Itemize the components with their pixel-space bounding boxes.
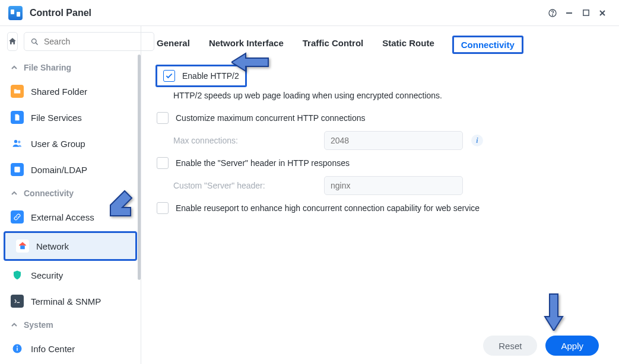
checkbox-enable-reuseport[interactable]: [157, 202, 169, 214]
tab-general[interactable]: General: [155, 36, 191, 54]
sidebar-item-label: External Access: [31, 212, 94, 222]
home-button[interactable]: [7, 32, 18, 51]
sidebar-item-file-services[interactable]: File Services: [0, 104, 141, 130]
sidebar-item-label: File Services: [31, 113, 82, 123]
tab-traffic-control[interactable]: Traffic Control: [301, 36, 365, 54]
section-file-sharing[interactable]: File Sharing: [0, 57, 141, 78]
minimize-button[interactable]: [561, 5, 577, 21]
link-icon: [11, 210, 24, 223]
sidebar-item-external-access[interactable]: External Access: [0, 204, 141, 230]
checkbox-customize-max-connections[interactable]: [157, 112, 169, 124]
checkbox-label: Enable HTTP/2: [182, 71, 239, 81]
sidebar-item-label: Network: [36, 241, 69, 251]
sidebar-item-label: Domain/LDAP: [31, 165, 87, 175]
svg-point-14: [17, 346, 18, 347]
svg-rect-10: [14, 167, 20, 172]
tab-static-route[interactable]: Static Route: [381, 36, 436, 54]
chevron-up-icon: [11, 321, 18, 328]
home-icon: [8, 37, 17, 46]
sidebar-item-label: Terminal & SNMP: [31, 296, 101, 306]
svg-rect-11: [20, 245, 25, 249]
section-connectivity[interactable]: Connectivity: [0, 183, 141, 204]
info-icon: [11, 342, 24, 355]
custom-server-header-label: Custom "Server" header:: [173, 181, 316, 190]
chevron-up-icon: [11, 190, 18, 197]
sidebar-item-info-center[interactable]: Info Center: [0, 336, 141, 362]
search-field[interactable]: [24, 32, 154, 51]
shield-icon: [11, 269, 24, 282]
scrollbar-thumb[interactable]: [138, 55, 141, 280]
section-label: System: [24, 320, 53, 330]
sidebar-item-network[interactable]: Network: [4, 231, 137, 261]
svg-line-7: [36, 43, 37, 44]
custom-server-header-input: [324, 176, 463, 195]
section-label: File Sharing: [24, 63, 71, 72]
checkbox-enable-http2[interactable]: [163, 70, 175, 82]
sidebar-item-terminal-snmp[interactable]: Terminal & SNMP: [0, 288, 141, 314]
svg-rect-13: [17, 348, 18, 351]
info-tooltip-button[interactable]: i: [471, 135, 483, 146]
sidebar-item-shared-folder[interactable]: Shared Folder: [0, 78, 141, 104]
checkbox-label: Customize maximum concurrent HTTP connec…: [176, 113, 366, 123]
http2-help-text: HTTP/2 speeds up web page loading when u…: [155, 87, 605, 108]
tab-network-interface[interactable]: Network Interface: [208, 36, 285, 54]
search-icon: [30, 37, 39, 46]
sidebar-item-user-group[interactable]: User & Group: [0, 130, 141, 157]
search-input[interactable]: [44, 37, 148, 46]
svg-point-8: [14, 140, 17, 143]
svg-point-1: [552, 14, 553, 15]
max-connections-label: Max connections:: [173, 136, 316, 145]
annotation-arrow: [541, 293, 566, 333]
svg-point-6: [32, 39, 37, 43]
users-icon: [11, 137, 24, 150]
tab-connectivity[interactable]: Connectivity: [452, 36, 523, 54]
sidebar-item-domain-ldap[interactable]: Domain/LDAP: [0, 157, 141, 183]
sidebar-item-label: Info Center: [31, 344, 75, 354]
apply-button[interactable]: Apply: [545, 336, 599, 356]
terminal-icon: [11, 295, 24, 308]
folder-icon: [11, 85, 24, 98]
section-system[interactable]: System: [0, 314, 141, 336]
close-button[interactable]: [594, 5, 611, 21]
max-connections-input: [324, 131, 463, 150]
network-icon: [16, 240, 29, 253]
maximize-button[interactable]: [577, 5, 594, 21]
svg-rect-3: [583, 10, 588, 15]
svg-point-9: [18, 141, 20, 143]
domain-icon: [11, 163, 24, 176]
sidebar-item-label: User & Group: [31, 139, 85, 149]
checkbox-enable-server-header[interactable]: [157, 157, 169, 169]
sidebar-item-label: Security: [31, 270, 63, 280]
chevron-up-icon: [11, 64, 18, 71]
file-icon: [11, 111, 24, 124]
sidebar-item-security[interactable]: Security: [0, 262, 141, 288]
section-label: Connectivity: [24, 189, 74, 198]
app-icon: [8, 6, 23, 20]
window-title: Control Panel: [30, 8, 91, 18]
sidebar-item-label: Shared Folder: [31, 87, 87, 97]
checkbox-label: Enable reuseport to enhance high concurr…: [176, 203, 480, 213]
sidebar-item-login-portal[interactable]: Login Portal: [0, 362, 141, 364]
checkbox-label: Enable the "Server" header in HTTP respo…: [176, 158, 350, 168]
help-button[interactable]: [544, 5, 561, 21]
svg-marker-17: [545, 294, 563, 331]
reset-button[interactable]: Reset: [483, 336, 537, 356]
